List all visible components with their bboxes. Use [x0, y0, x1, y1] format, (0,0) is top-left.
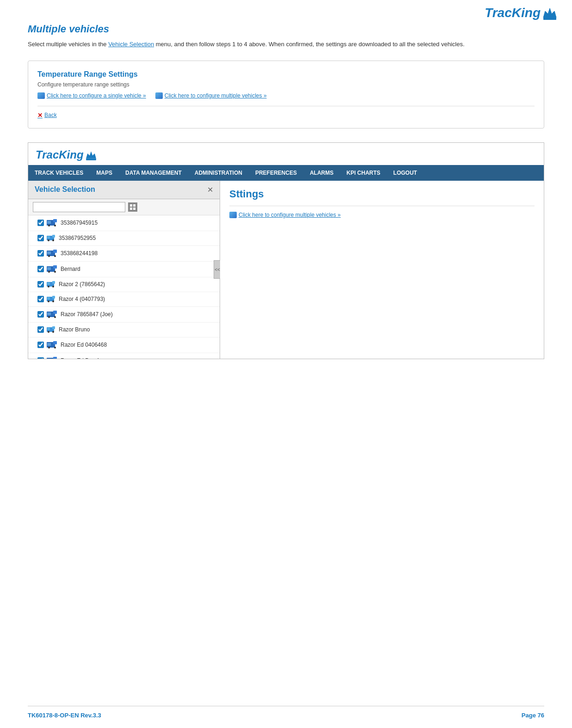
- svg-rect-9: [53, 219, 57, 222]
- vehicle-icon: [47, 234, 56, 243]
- vehicle-checkbox[interactable]: [37, 326, 44, 333]
- right-link-label: Click here to configure multiple vehicle…: [239, 212, 341, 218]
- browser-tracking-logo: TracKing: [36, 148, 98, 161]
- svg-rect-6: [130, 208, 132, 210]
- nav-administration[interactable]: ADMINISTRATION: [188, 165, 249, 181]
- desc-text-after: menu, and then follow steps 1 to 4 above…: [154, 41, 464, 48]
- svg-rect-39: [53, 311, 57, 314]
- svg-point-37: [52, 300, 54, 302]
- svg-rect-3: [86, 158, 96, 160]
- svg-marker-0: [543, 8, 556, 18]
- vehicle-name: Razor 4 (0407793): [59, 296, 105, 302]
- vehicle-list-item: Razor 2 (7865642): [28, 277, 220, 292]
- svg-rect-35: [47, 297, 50, 300]
- right-configure-multiple-link[interactable]: Click here to configure multiple vehicle…: [229, 212, 535, 218]
- vehicle-checkbox[interactable]: [37, 250, 44, 257]
- settings-links: Click here to configure a single vehicle…: [37, 92, 535, 99]
- vehicle-icon: [47, 280, 56, 289]
- nav-kpi-charts[interactable]: KPI CHARTS: [340, 165, 387, 181]
- settings-divider: [37, 106, 535, 106]
- back-label: Back: [44, 112, 57, 118]
- top-logo-area: TracKing: [485, 5, 558, 21]
- right-panel-divider: [229, 206, 535, 206]
- vehicle-name: Bernard: [61, 266, 80, 272]
- vehicle-list-item: 353868244198: [28, 246, 220, 262]
- svg-rect-45: [47, 328, 50, 330]
- vehicle-list-container[interactable]: 353867945915 353867952955 353868244198 B…: [28, 215, 220, 359]
- nav-preferences[interactable]: PREFERENCES: [249, 165, 303, 181]
- settings-box-title: Temperature Range Settings: [37, 70, 535, 79]
- back-x-icon: ✕: [37, 112, 43, 119]
- nav-maps[interactable]: MAPS: [90, 165, 119, 181]
- right-panel: Sttings Click here to configure multiple…: [220, 181, 544, 359]
- grid-view-icon[interactable]: [128, 202, 137, 212]
- browser-logo-trac: Trac: [36, 148, 59, 161]
- svg-point-36: [48, 300, 49, 302]
- right-panel-title: Sttings: [229, 188, 535, 200]
- svg-rect-7: [133, 208, 135, 210]
- configure-single-link[interactable]: Click here to configure a single vehicle…: [37, 92, 146, 99]
- svg-rect-50: [47, 343, 51, 346]
- vehicle-list-item: Bernard: [28, 262, 220, 277]
- panel-close-icon[interactable]: ✕: [207, 185, 213, 194]
- vehicle-checkbox[interactable]: [37, 342, 44, 348]
- svg-rect-5: [133, 204, 135, 207]
- vehicle-checkbox[interactable]: [37, 311, 44, 318]
- vehicle-list-item: Razor 4 (0407793): [28, 292, 220, 307]
- vehicle-icon: [47, 310, 58, 319]
- nav-bar: TRACK VEHICLES MAPS DATA MANAGEMENT ADMI…: [28, 165, 544, 181]
- vehicle-selection-link[interactable]: Vehicle Selection: [108, 41, 154, 48]
- vehicle-panel: Vehicle Selection ✕: [28, 181, 220, 359]
- vehicle-list: 353867945915 353867952955 353868244198 B…: [28, 215, 220, 359]
- desc-text-before: Select multiple vehicles in the: [28, 41, 108, 48]
- vehicle-name: 353868244198: [61, 250, 98, 257]
- svg-point-26: [48, 271, 50, 273]
- svg-rect-49: [53, 341, 57, 344]
- svg-point-22: [54, 255, 56, 257]
- footer-left: TK60178-8-OP-EN Rev.3.3: [28, 712, 101, 719]
- configure-multiple-link[interactable]: Click here to configure multiple vehicle…: [155, 92, 267, 99]
- vehicle-name: 353867952955: [59, 235, 96, 241]
- vehicle-checkbox[interactable]: [37, 281, 44, 288]
- svg-rect-40: [47, 312, 51, 315]
- svg-rect-14: [52, 235, 55, 238]
- vehicle-icon: [47, 295, 56, 304]
- configure-single-label: Click here to configure a single vehicle…: [47, 92, 146, 99]
- browser-logo-k: K: [59, 148, 67, 161]
- svg-point-31: [48, 286, 49, 288]
- vehicle-search-input[interactable]: [33, 202, 125, 212]
- vehicle-icon: [47, 249, 58, 258]
- logo-ing: ing: [521, 6, 541, 20]
- footer-right: Page 76: [522, 712, 544, 719]
- configure-multiple-label: Click here to configure multiple vehicle…: [165, 92, 267, 99]
- nav-data-management[interactable]: DATA MANAGEMENT: [119, 165, 188, 181]
- vehicle-list-item: Razor 7865847 (Joe): [28, 307, 220, 323]
- right-link-icon: [229, 212, 237, 218]
- vehicle-list-item: Razor Bruno: [28, 323, 220, 337]
- back-link[interactable]: ✕ Back: [37, 112, 535, 119]
- svg-point-51: [48, 347, 50, 349]
- vehicle-checkbox[interactable]: [37, 235, 44, 241]
- browser-crown-icon: [85, 148, 98, 161]
- svg-rect-4: [130, 204, 132, 207]
- settings-box: Temperature Range Settings Configure tem…: [28, 61, 544, 128]
- nav-track-vehicles[interactable]: TRACK VEHICLES: [28, 165, 90, 181]
- vehicle-checkbox[interactable]: [37, 296, 44, 302]
- vehicle-checkbox[interactable]: [37, 266, 44, 272]
- vehicle-list-item: Razor Ed Dev 1: [28, 353, 220, 359]
- nav-logout[interactable]: LOGOUT: [387, 165, 424, 181]
- vehicle-checkbox[interactable]: [37, 357, 44, 359]
- svg-rect-30: [47, 282, 50, 285]
- svg-rect-10: [47, 221, 51, 224]
- svg-point-17: [52, 239, 54, 241]
- svg-rect-24: [53, 265, 57, 269]
- svg-rect-20: [47, 251, 51, 254]
- vehicle-icon: [47, 264, 58, 274]
- section-title: Multiple vehicles: [28, 23, 544, 35]
- crown-icon: [541, 5, 558, 21]
- svg-rect-19: [53, 250, 57, 253]
- svg-rect-34: [52, 296, 55, 299]
- vehicle-name: Razor Ed Dev 1: [61, 357, 100, 359]
- vehicle-checkbox[interactable]: [37, 220, 44, 226]
- nav-alarms[interactable]: ALARMS: [303, 165, 340, 181]
